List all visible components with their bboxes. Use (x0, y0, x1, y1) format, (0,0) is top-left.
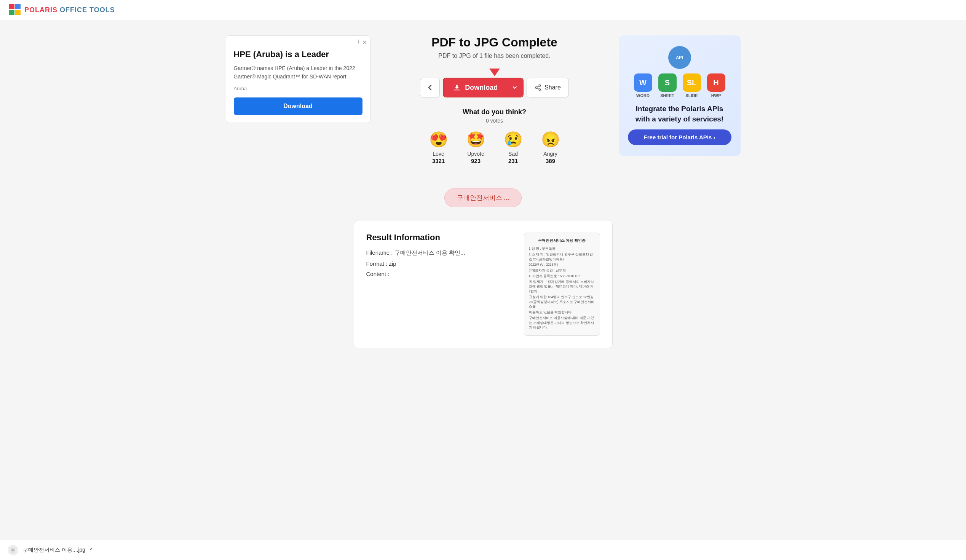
emoji-label: Upvote (467, 151, 484, 157)
ad-download-button[interactable]: Download (234, 97, 363, 115)
share-button[interactable]: Share (527, 78, 569, 97)
emoji-count: 923 (471, 158, 481, 164)
logo-container: POLARIS OFFICE TOOLS (9, 4, 115, 16)
api-icon-box: S (658, 74, 677, 92)
api-icon-sheet: S SHEET (658, 74, 677, 98)
emoji-item-sad[interactable]: 😢 Sad 231 (504, 131, 523, 164)
svg-rect-11 (12, 549, 15, 550)
download-caret-button[interactable] (507, 79, 523, 97)
preview-line: 규정에 의한 184명의 연수구 신포로 12번길 25(공화빌딩아파트) 주소… (529, 295, 595, 309)
preview-line: 이용하고 있음을 확인합니다. (529, 310, 595, 315)
api-title: Integrate the Polaris APIs with a variet… (628, 104, 731, 124)
api-icon-box: SL (683, 74, 701, 92)
result-preview: 구매안전서비스 이용 확인증 1.성 명 : 부부돌봄2.소 재 지 : 인천광… (524, 233, 600, 336)
svg-line-9 (537, 86, 539, 87)
download-icon (453, 84, 461, 92)
promo-button[interactable]: 구매안전서비스 ... (444, 189, 522, 207)
svg-rect-3 (15, 10, 21, 15)
file-icon (10, 547, 16, 553)
emoji-item-love[interactable]: 😍 Love 3321 (429, 131, 448, 164)
download-main-button[interactable]: Download (444, 79, 507, 97)
emoji-label: Love (432, 151, 444, 157)
emoji-icon: 😢 (504, 131, 523, 148)
download-button-group: Download (443, 78, 524, 97)
preview-line: 4. 사업자 등록번호 : 536-30-01167 (529, 274, 595, 279)
api-card: API W WORD S SHEET SL SLIDE H HWP Integr… (619, 35, 741, 156)
api-icon-box: W (634, 74, 652, 92)
result-card: Result Information Filename : 구매안전서비스 이용… (354, 220, 613, 348)
svg-rect-4 (454, 90, 460, 90)
api-icon-word: W WORD (634, 74, 652, 98)
caret-down-icon (512, 85, 518, 90)
emoji-row: 😍 Love 3321 🤩 Upvote 923 😢 Sad 231 😠 Ang… (380, 131, 610, 164)
votes-title: What do you think? (380, 108, 610, 116)
left-column: ℹ ✕ HPE (Aruba) is a Leader Gartner® nam… (226, 35, 370, 172)
download-bar-icon (8, 545, 18, 555)
download-bar-filename: 구매안전서비스 이용....jpg (23, 547, 85, 553)
ad-card: ℹ ✕ HPE (Aruba) is a Leader Gartner® nam… (226, 35, 370, 123)
action-row: Download Share (420, 78, 569, 97)
page-title: PDF to JPG Complete (431, 35, 557, 49)
preview-lines: 1.성 명 : 부부돌봄2.소 재 지 : 인천광역시 연수구 신포로12번길 … (529, 246, 595, 330)
svg-rect-0 (9, 4, 15, 9)
svg-rect-12 (12, 550, 15, 551)
logo-icon (9, 4, 21, 16)
emoji-label: Sad (508, 151, 518, 157)
preview-line: 위 업체가 「전자상거래 등에서의 소비자보호에 관한 법률」 제24조에 따라… (529, 279, 595, 294)
api-icon-label: SLIDE (685, 93, 698, 98)
api-icon-label: SHEET (660, 93, 674, 98)
api-icon-box: H (707, 74, 725, 92)
emoji-icon: 🤩 (467, 131, 485, 148)
promo-row: 구매안전서비스 ... (226, 181, 741, 211)
logo-text: POLARIS OFFICE TOOLS (25, 6, 115, 14)
download-bar-chevron[interactable]: ^ (90, 547, 92, 553)
svg-point-5 (539, 85, 540, 87)
api-icon-label: WORD (636, 93, 650, 98)
votes-count: 0 votes (380, 118, 610, 124)
api-icon-hwp: H HWP (707, 74, 725, 98)
filename-row: Filename : 구매안전서비스 이용 확인... (366, 250, 515, 256)
preview-line: 구매안전서비스 이용사실에 대해 의문이 있는 거래상대방은 아래의 방법으로 … (529, 315, 595, 330)
emoji-icon: 😍 (429, 131, 448, 148)
preview-line: 3.대표자의 성명 : 남부희 (529, 268, 595, 273)
emoji-item-angry[interactable]: 😠 Angry 389 (541, 131, 560, 164)
share-icon (535, 84, 541, 91)
back-icon (426, 84, 434, 91)
emoji-count: 3321 (432, 158, 445, 164)
result-section: Result Information Filename : 구매안전서비스 이용… (226, 220, 741, 364)
format-row: Format : zip (366, 260, 515, 267)
ad-source: Aruba (234, 85, 363, 91)
emoji-item-upvote[interactable]: 🤩 Upvote 923 (467, 131, 485, 164)
download-label: Download (465, 84, 498, 92)
svg-line-8 (537, 88, 539, 89)
download-bar: 구매안전서비스 이용....jpg ^ (0, 540, 966, 560)
preview-line: 2.소 재 지 : 인천광역시 연수구 신포로12번길 25 (공화빌딩아파트) (529, 252, 595, 262)
content-row: Content : (366, 271, 515, 277)
preview-line: 2022년 (V : 2218호) (529, 262, 595, 267)
emoji-label: Angry (543, 151, 557, 157)
back-button[interactable] (420, 78, 440, 97)
api-icons-row: W WORD S SHEET SL SLIDE H HWP (628, 74, 731, 98)
svg-point-7 (539, 89, 540, 90)
result-info: Result Information Filename : 구매안전서비스 이용… (366, 233, 515, 281)
ad-close-icon[interactable]: ✕ (362, 39, 367, 46)
svg-rect-2 (9, 10, 15, 15)
preview-line: 1.성 명 : 부부돌봄 (529, 246, 595, 251)
preview-title: 구매안전서비스 이용 확인증 (529, 238, 595, 243)
emoji-count: 389 (545, 158, 555, 164)
ad-body: Gartner® names HPE (Aruba) a Leader in t… (234, 64, 363, 81)
api-cloud-icon: API (668, 46, 691, 69)
right-column: API W WORD S SHEET SL SLIDE H HWP Integr… (619, 35, 741, 172)
ad-title: HPE (Aruba) is a Leader (234, 49, 363, 59)
main-content: ℹ ✕ HPE (Aruba) is a Leader Gartner® nam… (217, 20, 750, 364)
center-column: PDF to JPG Complete PDF to JPG of 1 file… (380, 35, 610, 172)
svg-rect-1 (15, 4, 21, 9)
svg-point-6 (536, 87, 537, 89)
share-label: Share (544, 84, 561, 91)
votes-section: What do you think? 0 votes 😍 Love 3321 🤩… (380, 108, 610, 164)
api-trial-button[interactable]: Free trial for Polaris APIs › (628, 130, 731, 145)
page-subtitle: PDF to JPG of 1 file has been completed. (438, 53, 550, 59)
ad-badge: ℹ (358, 39, 360, 44)
header: POLARIS OFFICE TOOLS (0, 0, 966, 20)
emoji-icon: 😠 (541, 131, 560, 148)
